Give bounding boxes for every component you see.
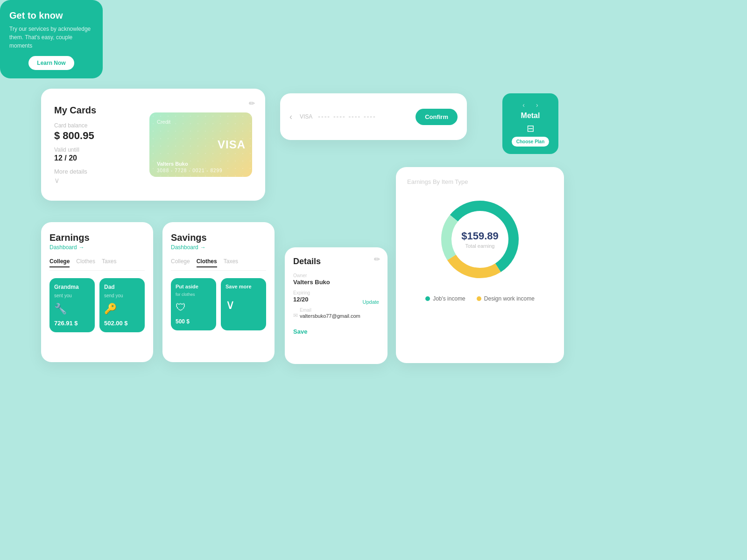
savings-items-list: Put aside for clothes 🛡 500 $ Save more … bbox=[171, 278, 266, 330]
design-income-label: Design work income bbox=[484, 295, 535, 302]
savings-tab-college[interactable]: College bbox=[171, 258, 190, 267]
earnings-dad: Dad send you 🔑 502.00 $ bbox=[99, 278, 145, 332]
owner-value: Valters Buko bbox=[293, 279, 379, 286]
learn-now-button[interactable]: Learn Now bbox=[28, 56, 74, 70]
valid-label: Valid untill bbox=[54, 147, 138, 153]
card-icon: ⊟ bbox=[527, 123, 535, 134]
email-value: valtersbuko77@gmail.com bbox=[300, 313, 360, 319]
design-income-dot bbox=[477, 296, 481, 301]
grandma-name: Grandma bbox=[54, 284, 79, 290]
metal-title: Metal bbox=[521, 112, 540, 120]
wrench-icon: 🔧 bbox=[54, 303, 67, 315]
put-aside-name: Put aside bbox=[176, 284, 198, 289]
jobs-income-dot bbox=[425, 296, 430, 301]
card-number-input[interactable]: ---- ---- ---- ---- bbox=[318, 113, 410, 120]
get-to-know-widget: Get to know Try our services by acknowle… bbox=[0, 0, 103, 78]
key-icon: 🔑 bbox=[104, 303, 117, 315]
earnings-type-title: Earnings By Item Type bbox=[407, 178, 553, 185]
total-amount: $159.89 bbox=[461, 230, 499, 242]
details-widget: Details ✏ Owner Valters Buko Expiring 12… bbox=[285, 247, 388, 364]
details-title: Details bbox=[293, 257, 379, 266]
balance-label: Card balance bbox=[54, 122, 138, 129]
card-balance: $ 800.95 bbox=[54, 130, 138, 142]
dad-name: Dad bbox=[104, 284, 115, 290]
donut-chart: $159.89 Total earning bbox=[433, 193, 527, 286]
shield-icon: 🛡 bbox=[176, 301, 186, 314]
donut-center: $159.89 Total earning bbox=[461, 230, 499, 249]
savings-tab-taxes[interactable]: Taxes bbox=[224, 258, 238, 267]
chevron-down-icon: ∨ bbox=[54, 176, 138, 185]
card-type: Credit bbox=[157, 119, 245, 125]
payment-widget: ‹ VISA ---- ---- ---- ---- Confirm bbox=[280, 93, 467, 140]
check-icon: ∨ bbox=[226, 297, 235, 312]
dad-sub: send you bbox=[104, 293, 123, 298]
payment-visa-label: VISA bbox=[300, 113, 312, 120]
savings-tabs: College Clothes Taxes bbox=[171, 258, 266, 271]
earnings-tabs: College Clothes Taxes bbox=[49, 258, 145, 271]
my-cards-widget: ✏ My Cards Card balance $ 800.95 Valid u… bbox=[41, 89, 265, 201]
legend-jobs-income: Job's income bbox=[425, 295, 465, 302]
metal-card-widget: ‹ › Metal ⊟ Choose Plan bbox=[502, 93, 558, 154]
grandma-amount: 726.91 $ bbox=[54, 320, 78, 327]
save-more-name: Save more bbox=[226, 284, 252, 289]
legend-design-income: Design work income bbox=[477, 295, 535, 302]
metal-nav-arrows: ‹ › bbox=[522, 101, 538, 109]
get-to-know-title: Get to know bbox=[9, 10, 93, 21]
card-holder-name: Valters Buko bbox=[157, 161, 188, 167]
tab-college[interactable]: College bbox=[49, 258, 70, 267]
savings-title: Savings bbox=[171, 232, 266, 243]
details-edit-icon[interactable]: ✏ bbox=[374, 255, 380, 264]
owner-label: Owner bbox=[293, 273, 379, 278]
put-aside-amount: 500 $ bbox=[176, 318, 190, 325]
dad-amount: 502.00 $ bbox=[104, 320, 128, 327]
visa-brand: VISA bbox=[218, 138, 246, 151]
savings-put-aside: Put aside for clothes 🛡 500 $ bbox=[171, 278, 216, 330]
email-icon: ✉ bbox=[293, 312, 298, 319]
grandma-sub: sent you bbox=[54, 293, 72, 298]
tab-clothes[interactable]: Clothes bbox=[76, 258, 95, 267]
earnings-title: Earnings bbox=[49, 232, 145, 243]
save-button[interactable]: Save bbox=[293, 328, 379, 335]
total-label: Total earning bbox=[461, 243, 499, 249]
savings-tab-clothes[interactable]: Clothes bbox=[197, 258, 217, 267]
earnings-widget: Earnings Dashboard College Clothes Taxes… bbox=[41, 222, 153, 362]
expiring-label: Expiring bbox=[293, 290, 379, 295]
email-label: Email bbox=[300, 308, 360, 313]
earnings-type-widget: Earnings By Item Type $159.89 Total earn… bbox=[396, 167, 564, 363]
expiring-value: 12/20 bbox=[293, 296, 309, 303]
back-icon[interactable]: ‹ bbox=[289, 112, 292, 122]
put-aside-sub: for clothes bbox=[176, 292, 195, 297]
choose-plan-button[interactable]: Choose Plan bbox=[512, 137, 550, 147]
savings-save-more[interactable]: Save more ∨ bbox=[221, 278, 266, 330]
jobs-income-label: Job's income bbox=[433, 295, 465, 302]
tab-taxes[interactable]: Taxes bbox=[102, 258, 116, 267]
my-cards-title: My Cards bbox=[54, 105, 138, 116]
savings-dashboard-link[interactable]: Dashboard bbox=[171, 244, 266, 251]
update-link[interactable]: Update bbox=[363, 299, 379, 305]
valid-date: 12 / 20 bbox=[54, 154, 138, 162]
more-details-label[interactable]: More details bbox=[54, 168, 138, 175]
card-number: 3088 - 7728 - 0021 - 8299 bbox=[157, 168, 223, 173]
metal-next-icon[interactable]: › bbox=[536, 101, 538, 109]
earnings-items-list: Grandma sent you 🔧 726.91 $ Dad send you… bbox=[49, 278, 145, 332]
metal-prev-icon[interactable]: ‹ bbox=[522, 101, 525, 109]
earnings-dashboard-link[interactable]: Dashboard bbox=[49, 244, 145, 251]
edit-icon[interactable]: ✏ bbox=[249, 99, 255, 108]
get-to-know-desc: Try our services by acknowledge them. Th… bbox=[9, 25, 93, 52]
chart-legend: Job's income Design work income bbox=[407, 295, 553, 302]
savings-widget: Savings Dashboard College Clothes Taxes … bbox=[162, 222, 275, 362]
visa-card: Credit VISA Valters Buko 3088 - 7728 - 0… bbox=[149, 112, 252, 177]
earnings-grandma: Grandma sent you 🔧 726.91 $ bbox=[49, 278, 95, 332]
confirm-button[interactable]: Confirm bbox=[416, 109, 458, 125]
